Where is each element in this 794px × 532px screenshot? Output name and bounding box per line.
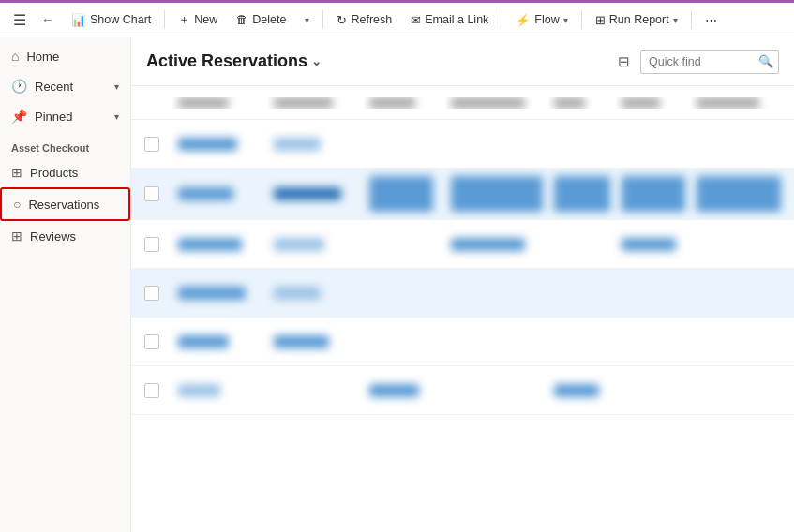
show-chart-button[interactable]: 📊 Show Chart (64, 9, 158, 31)
table-row[interactable] (131, 120, 794, 169)
row-checkbox-cell (139, 224, 172, 264)
table-row[interactable] (131, 220, 794, 269)
sidebar-section-label: Asset Checkout (0, 131, 130, 157)
table-row[interactable] (131, 269, 794, 318)
row-checkbox-cell (139, 172, 172, 215)
top-bar: ☰ ← 📊 Show Chart ＋ New 🗑 Delete ▾ ↻ Refr… (0, 0, 794, 37)
cell (364, 172, 445, 215)
cell (445, 321, 548, 362)
products-icon: ⊞ (11, 165, 22, 180)
run-report-chevron-icon: ▾ (673, 15, 678, 25)
sidebar-item-recent[interactable]: 🕐 Recent ▾ (0, 71, 130, 101)
flow-chevron-icon: ▾ (563, 15, 568, 25)
sidebar-item-reviews[interactable]: ⊞ Reviews (0, 221, 130, 251)
chart-icon: 📊 (71, 13, 86, 27)
divider2 (322, 10, 323, 29)
cell (445, 172, 548, 215)
pin-icon: 📌 (11, 109, 27, 124)
filter-icon: ⊟ (618, 53, 630, 69)
plus-icon: ＋ (178, 12, 190, 28)
content-area: Active Reservations ⌄ ⊟ 🔍 (131, 37, 794, 532)
trash-icon: 🗑 (236, 13, 248, 26)
more-options-button[interactable]: ⋯ (697, 9, 725, 31)
col-header-5[interactable] (548, 97, 616, 109)
cell (691, 172, 787, 215)
cell (616, 172, 691, 215)
view-title-chevron-icon[interactable]: ⌄ (311, 54, 322, 68)
sidebar-item-products[interactable]: ⊞ Products (0, 157, 130, 187)
delete-button[interactable]: 🗑 Delete (229, 9, 293, 30)
cell (268, 172, 364, 215)
col-header-2[interactable] (268, 97, 364, 109)
cell (691, 124, 787, 164)
view-title: Active Reservations ⌄ (146, 52, 322, 71)
search-container: 🔍 (640, 50, 779, 74)
back-button[interactable]: ← (36, 8, 60, 31)
cell (548, 273, 616, 313)
cell (172, 370, 268, 410)
col-header-3[interactable] (364, 97, 445, 109)
sidebar-item-pinned[interactable]: 📌 Pinned ▾ (0, 101, 130, 131)
row-checkbox-cell (139, 321, 172, 362)
cell (616, 321, 691, 362)
row-checkbox-cell (139, 273, 172, 313)
sidebar: ⌂ Home 🕐 Recent ▾ 📌 Pinned ▾ Asset Check… (0, 37, 131, 532)
view-header: Active Reservations ⌄ ⊟ 🔍 (131, 37, 794, 86)
quick-find-input[interactable] (640, 50, 779, 74)
cell (548, 321, 616, 362)
view-header-actions: ⊟ 🔍 (613, 49, 779, 75)
cell (268, 321, 364, 362)
reviews-icon: ⊞ (11, 229, 22, 244)
cell (691, 273, 787, 313)
cell (172, 273, 268, 313)
cell (548, 172, 616, 215)
cell (268, 224, 364, 264)
delete-dropdown-button[interactable]: ▾ (297, 11, 317, 29)
table-row[interactable] (131, 318, 794, 366)
cell (616, 124, 691, 164)
table-row[interactable] (131, 169, 794, 220)
col-header-6[interactable] (616, 97, 691, 109)
row-checkbox-cell (139, 370, 172, 410)
hamburger-menu-button[interactable]: ☰ (7, 7, 32, 33)
cell (364, 273, 445, 313)
filter-button[interactable]: ⊟ (613, 49, 635, 75)
cell (364, 124, 445, 164)
sidebar-item-reservations[interactable]: ○ Reservations (0, 187, 130, 221)
email-link-button[interactable]: ✉ Email a Link (403, 9, 496, 31)
col-header-1[interactable] (172, 97, 268, 109)
cell (172, 172, 268, 215)
refresh-button[interactable]: ↻ Refresh (329, 9, 399, 31)
report-icon: ⊞ (595, 13, 606, 27)
sidebar-item-home[interactable]: ⌂ Home (0, 41, 130, 71)
cell (268, 370, 364, 410)
cell (445, 273, 548, 313)
grid-area (131, 86, 794, 532)
col-header-4[interactable] (445, 97, 548, 109)
cell (172, 124, 268, 164)
grid-header (131, 86, 794, 120)
pinned-chevron-icon: ▾ (114, 111, 119, 122)
col-header-7[interactable] (691, 97, 787, 109)
new-button[interactable]: ＋ New (171, 8, 225, 32)
cell (268, 124, 364, 164)
run-report-button[interactable]: ⊞ Run Report ▾ (588, 9, 685, 31)
divider3 (502, 10, 502, 29)
home-icon: ⌂ (11, 49, 19, 64)
cell (548, 224, 616, 264)
divider4 (581, 10, 582, 29)
table-row[interactable] (131, 366, 794, 415)
flow-icon: ⚡ (516, 13, 531, 27)
cell (445, 224, 548, 264)
ellipsis-icon: ⋯ (705, 13, 717, 27)
cell (364, 370, 445, 410)
cell (172, 321, 268, 362)
cell (691, 370, 787, 410)
cell (616, 224, 691, 264)
row-checkbox-cell (139, 124, 172, 164)
divider5 (691, 10, 692, 29)
flow-button[interactable]: ⚡ Flow ▾ (508, 9, 575, 31)
cell (548, 370, 616, 410)
reservations-icon: ○ (13, 197, 21, 212)
cell (268, 273, 364, 313)
